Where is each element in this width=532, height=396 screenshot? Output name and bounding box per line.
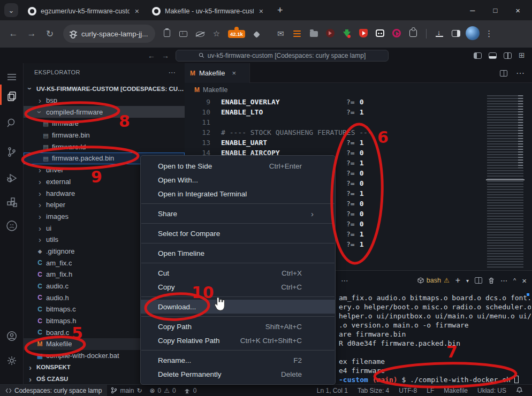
toggle-secondary-sidebar-icon[interactable] [504,52,512,59]
settings-gear-icon[interactable] [0,350,24,371]
context-menu-item[interactable] [141,296,335,297]
context-menu-item[interactable] [141,223,335,224]
panel-more-icon[interactable]: ⋯ [341,276,349,285]
context-menu-item[interactable]: Copy Ctrl+C [141,280,335,294]
side-panel-icon[interactable] [447,29,464,39]
context-menu-item[interactable]: Download... [141,300,335,314]
tree-item[interactable]: compiled-firmware [24,106,185,118]
window-minimize-button[interactable]: ─ [470,6,475,14]
folder-extension-icon[interactable] [306,29,322,39]
terminal-output[interactable]: am_fix.o audio.o bitmaps.o board.o dcs.o… [339,293,531,384]
address-bar[interactable]: curly-space-lamp-jj... [63,25,155,43]
cursor-position[interactable]: Ln 1, Col 1 [313,385,352,396]
robot-extension-icon[interactable] [372,29,389,39]
breadcrumb-item[interactable]: Makefile [203,86,228,94]
tree-item[interactable]: firmware.ld [24,141,185,153]
context-menu-item[interactable]: Share › [141,207,335,220]
terminal-more-icon[interactable]: ⋯ [500,277,507,285]
context-menu-item[interactable]: Open to the Side Ctrl+Enter [141,159,335,173]
eol-indicator[interactable]: LF [423,385,438,396]
keyboard-layout-indicator[interactable]: Układ: US [474,385,510,396]
terminal-shell-tab[interactable]: bash ⚠ [417,277,450,284]
adblock-extension-icon[interactable] [355,29,372,39]
account-icon[interactable] [0,325,24,347]
new-terminal-icon[interactable]: + [455,276,460,285]
site-info-icon[interactable] [70,31,77,37]
run-debug-icon[interactable] [0,167,24,189]
tab-close-icon[interactable]: × [134,7,140,16]
context-menu-item[interactable] [141,316,335,317]
editor-more-icon[interactable]: ⋯ [516,68,525,78]
context-menu-item[interactable] [141,350,335,351]
tree-item[interactable]: firmware.bin [24,130,185,141]
menu-icon[interactable] [0,66,24,88]
browser-tab[interactable]: Makefile - uv-k5-firmware-cust × [146,2,270,20]
window-close-button[interactable]: × [515,6,520,15]
extension-badge[interactable]: 42.1k [228,30,245,38]
maximize-panel-icon[interactable]: ^ [513,277,516,284]
clipboard-icon[interactable] [158,29,175,39]
mail-extension-icon[interactable]: ✉ [272,29,289,39]
breadcrumb[interactable]: M Makefile [185,83,532,96]
terminal-prompt[interactable]: -custom (main) $ ./compile-with-docker.s… [339,375,531,384]
profile-avatar[interactable] [464,26,481,42]
kill-terminal-trash-icon[interactable] [488,277,495,284]
context-menu-item[interactable]: Select for Compare [141,226,335,240]
context-menu-item[interactable] [141,203,335,204]
context-menu-item[interactable]: Copy Path Shift+Alt+C [141,319,335,333]
browser-tab[interactable]: egzumer/uv-k5-firmware-custo × [21,2,146,20]
remote-indicator[interactable]: Codespaces: curly space lamp [0,385,107,396]
minimap[interactable] [487,95,523,268]
history-forward-icon[interactable]: → [158,51,172,60]
split-terminal-icon[interactable] [475,277,482,284]
explorer-more-icon[interactable]: ⋯ [169,68,176,77]
tab-size-indicator[interactable]: Tab Size: 4 [354,385,393,396]
list-extension-icon[interactable] [289,29,306,39]
problems-indicator[interactable]: ⊗ 0 ⚠ 0 [146,385,180,396]
new-tab-button[interactable]: + [277,5,283,16]
reload-button[interactable]: ↻ [41,28,59,40]
cast-icon[interactable] [175,29,192,39]
context-menu-item[interactable]: Open Timeline [141,246,335,260]
tree-item[interactable]: UV-K5-FIRMWARE-CUSTOM [CODESPACES: CURLY… [24,83,185,95]
context-menu-item[interactable]: Cut Ctrl+X [141,266,335,280]
forward-button[interactable]: → [22,28,41,39]
command-center[interactable]: uv-k5-firmware-custom [Codespaces: curly… [176,50,389,62]
media-extension-icon[interactable] [389,29,405,39]
tree-item[interactable]: bsp [24,95,185,106]
eye-off-icon[interactable] [192,29,208,39]
language-indicator[interactable]: Makefile [440,385,472,396]
close-panel-icon[interactable]: × [522,276,527,285]
extensions-view-icon[interactable] [0,192,24,213]
search-view-icon[interactable] [0,112,24,134]
browser-menu-icon[interactable]: ⋮ [481,29,497,39]
ports-indicator[interactable]: 0 [180,385,201,396]
downloads-icon[interactable] [431,29,447,39]
spark-icon[interactable] [248,29,265,39]
window-maximize-button[interactable]: □ [493,6,497,14]
context-menu-item[interactable]: Rename... F2 [141,353,335,367]
context-menu-item[interactable]: Open With... [141,173,335,187]
context-menu-item[interactable]: Copy Relative Path Ctrl+K Ctrl+Shift+C [141,333,335,347]
record-extension-icon[interactable] [322,29,339,39]
tab-search-button[interactable]: ⌄ [4,3,18,17]
tab-close-icon[interactable]: × [258,7,264,16]
notifications-bell[interactable] [512,385,527,396]
address-text[interactable]: curly-space-lamp-jj... [81,30,148,38]
toggle-panel-icon[interactable] [489,52,497,59]
context-menu-item[interactable] [141,263,335,263]
history-back-icon[interactable]: ← [145,51,158,60]
source-control-icon[interactable] [0,141,24,163]
branch-indicator[interactable]: main ↻ [107,385,146,396]
video-download-extension-icon[interactable] [339,29,355,39]
back-button[interactable]: ← [4,28,22,39]
context-menu-item[interactable]: Open in Integrated Terminal [141,187,335,201]
toggle-sidebar-icon[interactable] [474,52,482,59]
terminal-dropdown-icon[interactable]: ▾ [466,278,469,284]
tree-item[interactable]: firmware [24,118,185,130]
editor-tab-makefile[interactable]: M Makefile × [185,63,250,83]
customize-layout-icon[interactable] [519,52,527,59]
context-menu-item[interactable]: Delete Permanently Delete [141,367,335,381]
explorer-icon[interactable] [0,86,24,107]
sync-icon[interactable]: ↻ [136,387,142,394]
